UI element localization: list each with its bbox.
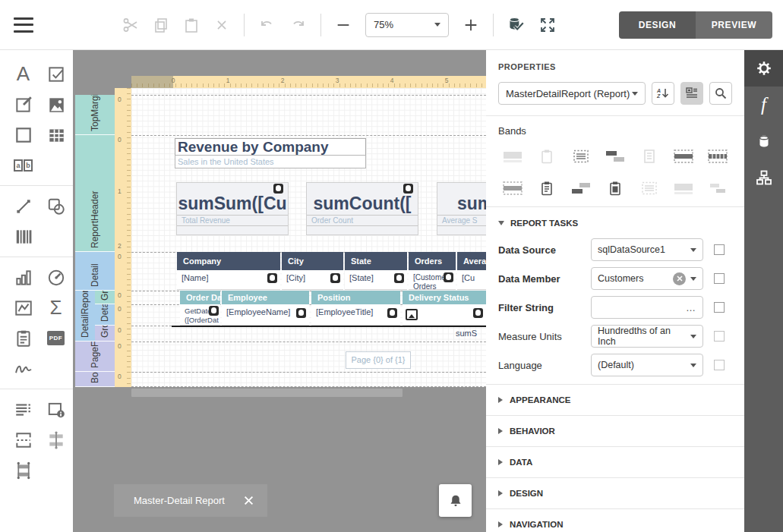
band-group-footer-button[interactable] — [674, 149, 693, 164]
band-vertical-detail-button[interactable] — [605, 181, 625, 196]
cell-average[interactable]: [Cu — [457, 270, 486, 290]
report-tasks-header[interactable]: REPORT TASKS — [498, 219, 732, 228]
filter-string-checkbox[interactable] — [714, 302, 725, 313]
shape-tool-icon[interactable] — [43, 194, 68, 219]
close-icon[interactable] — [244, 496, 254, 505]
pdf-content-tool-icon[interactable]: PDF — [43, 326, 68, 351]
band-page-footer-button[interactable] — [537, 181, 557, 196]
label-tool-icon[interactable]: A — [11, 61, 36, 87]
band-detail-report[interactable]: DetailReport — [75, 291, 95, 342]
clear-icon[interactable] — [673, 272, 686, 285]
band-vertical-header-button[interactable] — [571, 181, 591, 196]
band-page-header-button[interactable] — [503, 181, 523, 196]
pageinfo-box-tool-icon[interactable] — [43, 397, 68, 422]
group-footer-summary[interactable]: sumS — [439, 329, 477, 338]
chart-tool-icon[interactable] — [11, 265, 36, 290]
summary-box-total-revenue[interactable]: sumSum([Cu Total Revenue — [176, 182, 289, 235]
cell-orders[interactable]: [CustomersOrders — [409, 270, 456, 290]
table-tool-icon[interactable] — [43, 122, 68, 147]
report-page[interactable]: Revenue by Company Sales in the United S… — [131, 88, 486, 387]
cut-icon[interactable] — [121, 15, 140, 35]
language-checkbox[interactable] — [714, 360, 725, 370]
cell-order-date[interactable]: GetDate([OrderDate]) — [180, 304, 220, 326]
tab-field-list[interactable] — [744, 123, 783, 159]
cell-delivery-status[interactable] — [403, 304, 486, 326]
band-top-margin[interactable]: TopMargin — [75, 95, 115, 135]
cell-city[interactable]: [City] — [282, 270, 343, 290]
band-group-footer[interactable]: GroupFooter — [95, 326, 115, 342]
gauge-tool-icon[interactable] — [43, 265, 68, 290]
zoom-out-icon[interactable] — [333, 15, 353, 35]
band-detail[interactable]: Detail — [75, 252, 115, 291]
data-source-checkbox[interactable] — [714, 244, 725, 255]
band-group-header[interactable]: GroupHeader — [95, 291, 115, 304]
menu-icon[interactable] — [14, 17, 33, 33]
tab-properties[interactable] — [744, 50, 783, 87]
panel-tool-icon[interactable] — [11, 122, 36, 147]
zoom-select[interactable]: 75% — [365, 13, 449, 37]
cell-name[interactable]: [Name] — [177, 270, 280, 290]
design-button[interactable]: DESIGN — [619, 11, 696, 39]
band-detail-button[interactable] — [605, 149, 625, 164]
cell-employee-name[interactable]: [EmployeeName] — [222, 304, 309, 326]
data-source-select[interactable]: sqlDataSource1 — [591, 238, 703, 261]
column-header-delivery-status[interactable]: Delivery Status — [403, 291, 486, 304]
report-title-label[interactable]: Revenue by Company — [175, 138, 366, 156]
ellipsis-icon[interactable]: … — [686, 302, 696, 313]
band-report-header[interactable]: ReportHeader — [75, 135, 115, 252]
band-bottom-margin-button[interactable] — [674, 181, 693, 196]
zoom-in-icon[interactable] — [461, 15, 481, 35]
tab-expressions[interactable]: f — [744, 87, 783, 123]
column-header-city[interactable]: City — [282, 252, 343, 270]
column-header-state[interactable]: State — [345, 252, 407, 270]
section-navigation[interactable]: NAVIGATION — [498, 509, 732, 532]
data-member-checkbox[interactable] — [714, 273, 725, 284]
language-select[interactable]: (Default) — [591, 354, 703, 376]
search-button[interactable] — [709, 82, 732, 105]
line-tool-icon[interactable] — [11, 194, 36, 219]
fullscreen-icon[interactable] — [538, 15, 557, 35]
section-design[interactable]: DESIGN — [498, 478, 732, 508]
band-report-header-button[interactable] — [537, 149, 557, 164]
band-vertical-total-button[interactable] — [639, 181, 659, 196]
picturebox-tool-icon[interactable] — [43, 92, 68, 117]
band-bottom-margin[interactable]: BottomMargin — [75, 372, 115, 387]
sparkline-tool-icon[interactable] — [11, 295, 36, 320]
undo-icon[interactable] — [257, 15, 276, 35]
subreport-tool-icon[interactable] — [11, 326, 36, 351]
preview-button[interactable]: PREVIEW — [696, 11, 772, 39]
band-report-footer-button[interactable] — [708, 149, 728, 164]
crossband-box-tool-icon[interactable] — [11, 458, 36, 483]
copy-icon[interactable] — [151, 15, 171, 35]
element-selector[interactable]: MasterDetailReport (Report) — [498, 82, 646, 105]
page-number-label[interactable]: Page {0} of {1} — [346, 351, 411, 369]
category-view-button[interactable] — [680, 82, 703, 105]
redo-icon[interactable] — [289, 15, 308, 35]
signature-tool-icon[interactable] — [11, 356, 36, 381]
checkbox-tool-icon[interactable] — [43, 61, 68, 87]
barcode-tool-icon[interactable] — [11, 224, 36, 249]
richtext-tool-icon[interactable] — [11, 92, 36, 117]
band-page-footer[interactable]: PageFooter — [75, 342, 115, 372]
section-data[interactable]: DATA — [498, 447, 732, 477]
pageinfo-tool-icon[interactable] — [11, 397, 36, 422]
band-sub-detail[interactable]: Detail — [95, 304, 115, 326]
section-appearance[interactable]: APPEARANCE — [498, 385, 732, 415]
crossband-line-tool-icon[interactable] — [43, 427, 68, 452]
character-comb-tool-icon[interactable]: ab — [11, 153, 36, 178]
report-subtitle-label[interactable]: Sales in the United States — [175, 155, 366, 168]
band-group-header-button[interactable] — [571, 149, 591, 164]
tab-report-explorer[interactable] — [744, 159, 783, 196]
band-top-margin-button[interactable] — [503, 149, 523, 164]
column-header-average[interactable]: Average — [457, 252, 486, 270]
filter-string-input[interactable]: … — [591, 296, 703, 319]
paste-icon[interactable] — [182, 15, 201, 35]
column-header-order-date[interactable]: Order Date — [180, 291, 220, 304]
column-header-company[interactable]: Company — [177, 252, 280, 270]
notifications-button[interactable] — [439, 484, 472, 517]
pagebreak-tool-icon[interactable] — [11, 427, 36, 452]
band-extra-button[interactable] — [708, 181, 728, 196]
cell-employee-title[interactable]: [EmployeeTitle] — [311, 304, 400, 326]
measure-units-select[interactable]: Hundredths of an Inch — [591, 325, 703, 348]
summary-tool-icon[interactable]: Σ — [43, 295, 68, 320]
